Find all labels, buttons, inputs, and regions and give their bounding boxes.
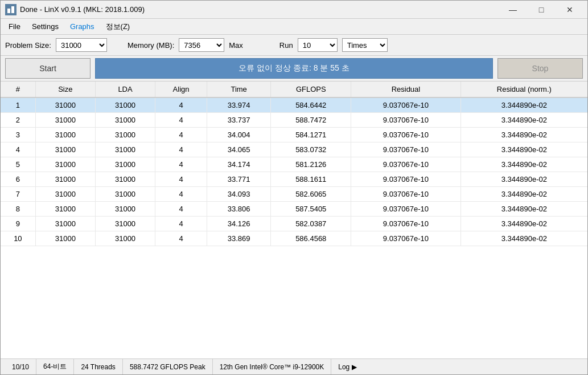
results-table: # Size LDA Align Time GFLOPS Residual Re…: [1, 81, 587, 358]
times-select[interactable]: Times: [342, 38, 388, 52]
table-cell: 31000: [35, 128, 95, 142]
col-header-lda: LDA: [95, 81, 155, 97]
table-cell: 4: [1, 142, 35, 157]
table-cell: 4: [155, 97, 207, 113]
table-cell: 588.7472: [271, 113, 351, 128]
table-cell: 31000: [95, 231, 155, 246]
menu-file[interactable]: File: [3, 20, 26, 33]
table-cell: 9.037067e-10: [351, 187, 460, 202]
table-cell: 4: [155, 231, 207, 246]
table-cell: 9.037067e-10: [351, 217, 460, 231]
table-cell: 34.174: [207, 157, 270, 172]
run-label: Run: [279, 41, 293, 50]
maximize-button[interactable]: □: [528, 2, 554, 18]
table-cell: 31000: [35, 187, 95, 202]
table-cell: 588.1611: [271, 172, 351, 187]
table-cell: 33.974: [207, 97, 270, 113]
table-cell: 3.344890e-02: [460, 217, 587, 231]
table-cell: 586.4568: [271, 231, 351, 246]
main-window: Done - LinX v0.9.1 (MKL: 2018.1.009) — □…: [0, 0, 588, 375]
table-row: 13100031000433.974584.64429.037067e-103.…: [1, 97, 587, 113]
table-cell: 9.037067e-10: [351, 202, 460, 217]
svg-rect-2: [11, 6, 14, 13]
table-cell: 3.344890e-02: [460, 172, 587, 187]
table-row: 83100031000433.806587.54059.037067e-103.…: [1, 202, 587, 217]
table-cell: 3.344890e-02: [460, 202, 587, 217]
table-cell: 4: [155, 187, 207, 202]
footer-cpu: 12th Gen Intel® Core™ i9-12900K: [213, 359, 332, 374]
table-cell: 4: [155, 142, 207, 157]
table-cell: 34.126: [207, 217, 270, 231]
table-cell: 31000: [95, 217, 155, 231]
table-row: 73100031000434.093582.60659.037067e-103.…: [1, 187, 587, 202]
table-cell: 31000: [35, 157, 95, 172]
table-cell: 583.0732: [271, 142, 351, 157]
table-cell: 3.344890e-02: [460, 97, 587, 113]
table-cell: 31000: [95, 172, 155, 187]
close-button[interactable]: ✕: [557, 2, 583, 18]
menu-graphs[interactable]: Graphs: [64, 20, 100, 33]
table-row: 53100031000434.174581.21269.037067e-103.…: [1, 157, 587, 172]
table-cell: 10: [1, 231, 35, 246]
memory-select[interactable]: 7356: [179, 38, 224, 52]
col-header-align: Align: [155, 81, 207, 97]
table-cell: 31000: [95, 142, 155, 157]
table-cell: 6: [1, 172, 35, 187]
table-cell: 34.093: [207, 187, 270, 202]
window-controls: — □ ✕: [500, 2, 583, 18]
table-cell: 9.037067e-10: [351, 231, 460, 246]
table-row: 63100031000433.771588.16119.037067e-103.…: [1, 172, 587, 187]
table-header-row: # Size LDA Align Time GFLOPS Residual Re…: [1, 81, 587, 97]
minimize-button[interactable]: —: [500, 2, 526, 18]
window-title: Done - LinX v0.9.1 (MKL: 2018.1.009): [20, 5, 500, 14]
table-cell: 3.344890e-02: [460, 113, 587, 128]
table-cell: 9.037067e-10: [351, 157, 460, 172]
table-cell: 1: [1, 97, 35, 113]
table-cell: 33.806: [207, 202, 270, 217]
table-cell: 581.2126: [271, 157, 351, 172]
table-cell: 31000: [95, 128, 155, 142]
menu-bar: File Settings Graphs 정보(Z): [1, 19, 587, 35]
stop-button[interactable]: Stop: [497, 58, 583, 79]
status-message: 오류 없이 정상 종료: 8 분 55 초: [95, 58, 493, 79]
col-header-num: #: [1, 81, 35, 97]
table-cell: 7: [1, 187, 35, 202]
memory-label: Memory (MB):: [128, 41, 174, 50]
table-cell: 31000: [95, 97, 155, 113]
table-cell: 9.037067e-10: [351, 113, 460, 128]
col-header-time: Time: [207, 81, 270, 97]
memory-max-label: Max: [229, 41, 243, 50]
title-bar: Done - LinX v0.9.1 (MKL: 2018.1.009) — □…: [1, 1, 587, 19]
footer-bits: 64-비트: [36, 359, 74, 374]
table-cell: 31000: [35, 172, 95, 187]
table-cell: 31000: [95, 157, 155, 172]
footer-log[interactable]: Log ▶: [331, 359, 363, 374]
menu-settings[interactable]: Settings: [26, 20, 64, 33]
table-cell: 587.5405: [271, 202, 351, 217]
col-header-size: Size: [35, 81, 95, 97]
table-cell: 31000: [35, 113, 95, 128]
table-cell: 584.1271: [271, 128, 351, 142]
table-cell: 31000: [35, 142, 95, 157]
action-bar: Start 오류 없이 정상 종료: 8 분 55 초 Stop: [1, 56, 587, 81]
menu-info[interactable]: 정보(Z): [100, 19, 136, 34]
table-cell: 3: [1, 128, 35, 142]
table-row: 103100031000433.869586.45689.037067e-103…: [1, 231, 587, 246]
start-button[interactable]: Start: [5, 58, 91, 79]
toolbar: Problem Size: 31000 Memory (MB): 7356 Ma…: [1, 35, 587, 56]
table-cell: 3.344890e-02: [460, 157, 587, 172]
table-cell: 4: [155, 202, 207, 217]
table-cell: 34.004: [207, 128, 270, 142]
table-cell: 31000: [95, 202, 155, 217]
problem-size-select[interactable]: 31000: [56, 38, 107, 52]
table-row: 43100031000434.065583.07329.037067e-103.…: [1, 142, 587, 157]
table-cell: 3.344890e-02: [460, 187, 587, 202]
table-cell: 4: [155, 172, 207, 187]
table-row: 93100031000434.126582.03879.037067e-103.…: [1, 217, 587, 231]
table-cell: 31000: [35, 217, 95, 231]
table-cell: 9.037067e-10: [351, 97, 460, 113]
col-header-gflops: GFLOPS: [271, 81, 351, 97]
table-row: 33100031000434.004584.12719.037067e-103.…: [1, 128, 587, 142]
run-select[interactable]: 10: [298, 38, 338, 52]
col-header-residual-norm: Residual (norm.): [460, 81, 587, 97]
